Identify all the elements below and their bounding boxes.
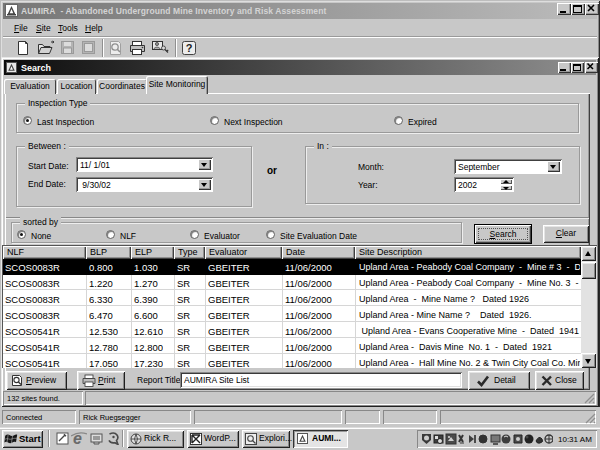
svg-text:?: ? — [186, 42, 193, 54]
